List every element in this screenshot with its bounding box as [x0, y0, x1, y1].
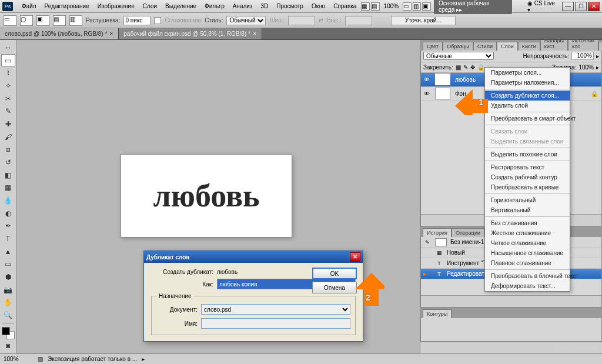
chevron-right-icon[interactable]: ▸	[596, 53, 599, 59]
menu-window[interactable]: Окно	[307, 3, 329, 9]
lock-paint-icon[interactable]: ✎	[463, 64, 468, 71]
ctx-item[interactable]: Растрировать текст	[485, 162, 570, 172]
history-brush-icon[interactable]: ↺	[1, 156, 15, 169]
ctx-item[interactable]: Выделить похожие слои	[485, 149, 570, 159]
doc-tab-2[interactable]: рабочий файл скрин.psd @ 50,8% (1, RGB/8…	[119, 28, 262, 39]
screen-mode-icon[interactable]: ▣	[422, 2, 431, 11]
tab-history[interactable]: История	[423, 228, 452, 237]
arrange-icon[interactable]: ▥	[413, 2, 422, 11]
eraser-tool-icon[interactable]: ◧	[1, 169, 15, 182]
visibility-icon[interactable]: 👁	[421, 76, 433, 83]
ctx-item[interactable]: Четкое сглаживание	[485, 238, 570, 248]
dialog-titlebar[interactable]: Дубликат слоя ✕	[144, 251, 363, 263]
chevron-right-icon[interactable]: ▸	[596, 64, 599, 71]
menu-select[interactable]: Выделение	[161, 3, 200, 9]
hand-tool-icon[interactable]: ✋	[1, 296, 15, 309]
launch-minibridge-icon[interactable]: ▤	[371, 2, 380, 11]
tab-actions[interactable]: Операции	[452, 228, 484, 237]
fg-color-icon[interactable]	[2, 327, 10, 335]
style-select[interactable]: Обычный	[226, 16, 266, 25]
brush-tool-icon[interactable]: 🖌	[1, 131, 15, 143]
menu-analysis[interactable]: Анализ	[229, 3, 257, 9]
layer-thumb-icon[interactable]	[435, 88, 450, 99]
lasso-tool-icon[interactable]: ⌇	[1, 66, 15, 79]
workspace-switcher[interactable]: Основная рабочая среда ▸▸	[434, 0, 512, 14]
healing-tool-icon[interactable]: ✚	[1, 118, 15, 131]
feather-input[interactable]	[123, 16, 150, 25]
ctx-item[interactable]: Вертикальный	[485, 205, 570, 215]
quickmask-icon[interactable]: ◙	[1, 339, 15, 352]
menu-edit[interactable]: Редактирование	[41, 3, 93, 9]
menu-3d[interactable]: 3D	[256, 3, 272, 9]
menu-view[interactable]: Просмотр	[272, 3, 307, 9]
ctx-item[interactable]: Параметры наложения...	[485, 78, 570, 88]
stamp-tool-icon[interactable]: ⧈	[1, 143, 15, 156]
ctx-item[interactable]: Горизонтальный	[485, 195, 570, 205]
lock-move-icon[interactable]: ✥	[470, 64, 475, 71]
close-icon[interactable]: ✕	[109, 31, 113, 36]
window-close[interactable]: ✕	[588, 2, 600, 11]
doc-info-icon[interactable]: ▥	[38, 356, 43, 362]
blur-tool-icon[interactable]: 💧	[1, 194, 15, 207]
menu-filter[interactable]: Фильтр	[200, 3, 229, 9]
visibility-icon[interactable]: 👁	[421, 91, 433, 97]
lock-pixels-icon[interactable]: ▦	[456, 64, 461, 71]
crop-tool-icon[interactable]: ✂	[1, 92, 15, 105]
cancel-button[interactable]: Отмена	[312, 282, 357, 293]
tab-channels[interactable]: Каналы	[598, 42, 602, 51]
dodge-tool-icon[interactable]: ◐	[1, 207, 15, 220]
ctx-item[interactable]: Удалить слой	[485, 101, 570, 111]
path-select-icon[interactable]: ▲	[1, 245, 15, 258]
ctx-item[interactable]: Жесткое сглаживание	[485, 228, 570, 238]
doc-select[interactable]: слово.psd	[201, 304, 350, 315]
menu-image[interactable]: Изображение	[93, 3, 139, 9]
window-maximize[interactable]: ☐	[575, 2, 587, 11]
ctx-item[interactable]: Преобразовать в смарт-объект	[485, 113, 570, 123]
doc-tab-1[interactable]: слово.psd @ 100% (любовь, RGB/8) *✕	[0, 28, 119, 39]
window-minimize[interactable]: —	[562, 2, 574, 11]
antialias-checkbox[interactable]	[154, 17, 161, 24]
cslive-button[interactable]: ◉ CS Live ▾	[523, 0, 561, 13]
opacity-input[interactable]: 100%	[571, 52, 594, 60]
fill-input[interactable]: 100%	[578, 64, 594, 71]
view-extras-icon[interactable]: ▭	[403, 2, 412, 11]
ctx-item[interactable]: Без сглаживания	[485, 218, 570, 228]
dialog-close-icon[interactable]: ✕	[350, 252, 360, 262]
layer-thumb-text-icon[interactable]: T	[435, 74, 450, 85]
menu-file[interactable]: Файл	[18, 3, 41, 9]
3d-tool-icon[interactable]: ⬢	[1, 271, 15, 283]
tab-brushes[interactable]: Кисти	[518, 42, 540, 51]
tool-preset-icon[interactable]: ▭	[4, 15, 16, 26]
menu-layers[interactable]: Слои	[139, 3, 161, 9]
close-icon[interactable]: ✕	[253, 31, 257, 36]
ctx-item[interactable]: Создать дубликат слоя...	[485, 91, 570, 101]
ok-button[interactable]: OK	[312, 268, 357, 279]
marquee-mode-add-icon[interactable]: ▣	[36, 15, 49, 26]
ctx-item[interactable]: Создать рабочий контур	[485, 172, 570, 182]
tab-clonesrc[interactable]: Источник кло	[568, 40, 598, 51]
status-zoom[interactable]: 100%	[4, 356, 33, 362]
tab-color[interactable]: Цвет	[423, 42, 443, 51]
pen-tool-icon[interactable]: ✒	[1, 219, 15, 232]
zoom-level[interactable]: 100%	[380, 3, 403, 9]
chevron-right-icon[interactable]: ▸	[142, 356, 145, 362]
shape-tool-icon[interactable]: ▭	[1, 258, 15, 271]
ctx-item[interactable]: Плавное сглаживание	[485, 258, 570, 268]
ctx-item[interactable]: Параметры слоя...	[485, 68, 570, 78]
zoom-tool-icon[interactable]: 🔍	[1, 309, 15, 322]
tab-swatches[interactable]: Образцы	[443, 42, 473, 51]
eyedropper-tool-icon[interactable]: ✎	[1, 105, 15, 118]
type-tool-icon[interactable]: T	[1, 232, 15, 245]
refine-edge-button[interactable]	[391, 16, 456, 25]
tab-layers[interactable]: Слои	[497, 42, 518, 51]
launch-bridge-icon[interactable]: ▦	[361, 2, 370, 11]
marquee-mode-sub-icon[interactable]: ▤	[53, 15, 66, 26]
marquee-mode-intersect-icon[interactable]: ▥	[69, 15, 82, 26]
wand-tool-icon[interactable]: ✧	[1, 79, 15, 92]
blend-mode-select[interactable]: Обычные	[423, 52, 494, 60]
gradient-tool-icon[interactable]: ▦	[1, 181, 15, 194]
menu-help[interactable]: Справка	[329, 3, 360, 9]
ctx-item[interactable]: Преобразовать в кривые	[485, 182, 570, 192]
tab-brushsets[interactable]: Наборы кист	[540, 40, 568, 51]
lock-all-icon[interactable]: 🔒	[477, 64, 484, 71]
